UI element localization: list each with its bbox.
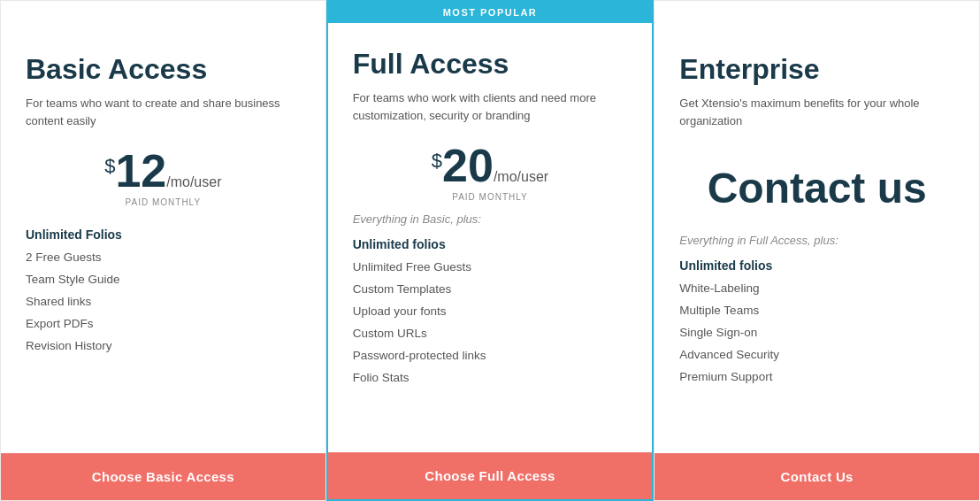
cta-button-basic[interactable]: Choose Basic Access: [1, 453, 325, 500]
plan-description: For teams who work with clients and need…: [353, 89, 628, 125]
everything-plus: Everything in Basic, plus:: [353, 212, 628, 226]
pricing-container: Basic AccessFor teams who want to create…: [0, 0, 980, 501]
cta-button-full[interactable]: Choose Full Access: [328, 452, 653, 499]
feature-item: Upload your fonts: [353, 300, 628, 322]
feature-item: Folio Stats: [353, 366, 628, 389]
feature-item: Export PDFs: [26, 312, 301, 335]
popular-badge: MOST POPULAR: [328, 2, 653, 23]
price-billing: PAID MONTHLY: [26, 197, 301, 207]
feature-item: Team Style Guide: [26, 268, 301, 290]
feature-item: Revision History: [26, 335, 301, 357]
price-billing: PAID MONTHLY: [353, 192, 628, 202]
feature-item: Unlimited folios: [679, 254, 954, 277]
price-block: $12/mo/user PAID MONTHLY: [26, 148, 301, 207]
plan-full: MOST POPULARFull AccessFor teams who wor…: [326, 0, 655, 501]
price-block: $20/mo/user PAID MONTHLY: [353, 143, 628, 202]
feature-item: Custom URLs: [353, 322, 628, 344]
contact-us-display: Contact us: [679, 166, 954, 212]
everything-plus: Everything in Full Access, plus:: [679, 234, 954, 247]
feature-item: White-Labeling: [679, 277, 954, 299]
feature-list: Unlimited foliosWhite-LabelingMultiple T…: [679, 254, 954, 388]
plan-title: Enterprise: [679, 53, 954, 86]
feature-item: 2 Free Guests: [26, 246, 301, 268]
plan-title: Full Access: [353, 48, 628, 81]
feature-item: Password-protected links: [353, 344, 628, 366]
feature-item: Unlimited Folios: [26, 223, 301, 246]
plan-title: Basic Access: [26, 53, 301, 86]
price-period: /mo/user: [166, 174, 221, 189]
plan-basic: Basic AccessFor teams who want to create…: [0, 0, 326, 501]
price-amount: 20: [442, 140, 494, 191]
feature-item: Unlimited folios: [353, 233, 628, 256]
plan-description: For teams who want to create and share b…: [26, 95, 301, 130]
price-period: /mo/user: [494, 169, 548, 184]
feature-item: Advanced Security: [679, 343, 954, 366]
plan-enterprise: EnterpriseGet Xtensio's maximum benefits…: [654, 0, 980, 501]
feature-item: Premium Support: [679, 366, 954, 388]
feature-item: Multiple Teams: [679, 299, 954, 321]
feature-item: Custom Templates: [353, 278, 628, 300]
price-dollar: $: [432, 150, 442, 173]
price-dollar: $: [104, 155, 115, 178]
feature-list: Unlimited Folios2 Free GuestsTeam Style …: [26, 223, 301, 357]
plan-description: Get Xtensio's maximum benefits for your …: [679, 95, 954, 130]
feature-item: Single Sign-on: [679, 321, 954, 343]
cta-button-enterprise[interactable]: Contact Us: [655, 453, 979, 500]
feature-item: Shared links: [26, 290, 301, 312]
feature-item: Unlimited Free Guests: [353, 256, 628, 278]
price-amount: 12: [115, 145, 166, 197]
feature-list: Unlimited foliosUnlimited Free GuestsCus…: [353, 233, 628, 389]
